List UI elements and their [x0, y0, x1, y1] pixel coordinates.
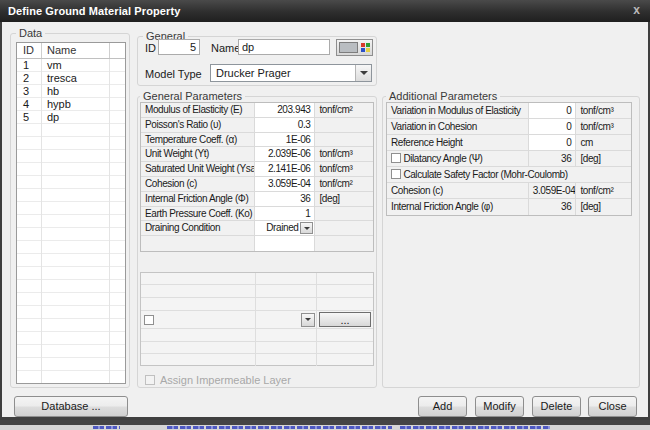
param-unit: tonf/cm² — [315, 103, 373, 117]
material-row-id: 4 — [17, 98, 41, 111]
param-value-field[interactable]: 36 — [255, 192, 316, 206]
material-row-id: 1 — [17, 59, 41, 72]
draining-condition-dropdown[interactable] — [300, 222, 313, 234]
general-parameters-label: General Parameters — [140, 90, 245, 102]
param-value-field[interactable]: 1 — [255, 207, 316, 221]
material-row-name: hb — [41, 85, 59, 98]
param-label: Cohesion (c) — [141, 177, 255, 191]
screen: Define Ground Material Property x Data I… — [0, 0, 650, 430]
param-unit: cm — [576, 135, 631, 150]
param-unit: [deg] — [576, 151, 631, 166]
param-row: Unit Weight (Yt) 2.039E-06 tonf/cm³ — [141, 147, 373, 162]
param-label: Variation in Modulus of Elasticity — [387, 103, 529, 118]
param-row-empty — [141, 236, 373, 251]
material-row-id: 2 — [17, 72, 41, 85]
param-row: Variation in Modulus of Elasticity 0 ton… — [387, 103, 631, 119]
material-list-body: 1 vm 2 tresca 3 hb 4 hypb 5 dp — [17, 59, 125, 383]
param-label-with-checkbox: Calculate Safety Factor (Mohr-Coulomb) — [387, 167, 631, 182]
param-value-field[interactable]: 2.141E-06 — [255, 162, 316, 176]
id-field[interactable]: 5 — [158, 39, 200, 55]
param-label: Poisson's Ratio (υ) — [141, 118, 255, 132]
draining-condition-value: Drained — [266, 221, 298, 235]
param-value-field[interactable]: 2.039E-06 — [255, 147, 316, 161]
param-value-field[interactable]: 0.3 — [255, 118, 316, 132]
material-row-name: vm — [41, 59, 62, 72]
param-row: Internal Friction Angle (φ) 36 [deg] — [387, 199, 631, 215]
modify-button[interactable]: Modify — [475, 396, 524, 417]
add-button[interactable]: Add — [418, 396, 467, 417]
param-unit: tonf/cm³ — [576, 119, 631, 134]
param-unit: tonf/cm³ — [576, 103, 631, 118]
general-parameters-table: Modulus of Elasticity (E) 203.943 tonf/c… — [140, 102, 374, 252]
param-value-field[interactable]: 0 — [529, 103, 577, 118]
grid-row — [141, 273, 373, 285]
material-row-name: tresca — [41, 72, 77, 85]
dilatancy-angle-checkbox[interactable] — [391, 153, 401, 163]
assign-impermeable-layer-label: Assign Impermeable Layer — [155, 374, 291, 386]
param-row: Cohesion (c) 3.059E-04 tonf/cm² — [141, 177, 373, 192]
dialog-define-ground-material-property: Define Ground Material Property x Data I… — [0, 0, 650, 420]
list-column-divider — [109, 43, 110, 58]
close-icon[interactable]: x — [633, 3, 640, 17]
grid-checkbox[interactable] — [144, 315, 154, 325]
database-button[interactable]: Database ... — [14, 396, 128, 417]
color-swatch — [339, 42, 358, 53]
param-value-field[interactable]: 0 — [529, 135, 577, 150]
param-row: Reference Height 0 cm — [387, 135, 631, 151]
param-value: 36 — [529, 151, 577, 166]
material-list[interactable]: ID Name 1 vm 2 tresca 3 hb — [16, 42, 126, 384]
param-value-field[interactable]: 203.943 — [255, 103, 316, 117]
material-row[interactable]: 5 dp — [17, 111, 125, 124]
material-row[interactable]: 2 tresca — [17, 72, 125, 85]
param-label: Internal Friction Angle (φ) — [387, 199, 529, 215]
model-type-label: Model Type — [145, 68, 202, 80]
grid-dropdown[interactable] — [301, 313, 315, 327]
param-value-field[interactable]: 1E-06 — [255, 133, 316, 147]
chevron-down-icon — [355, 65, 371, 81]
empty-cell — [315, 236, 373, 251]
param-value-field[interactable]: 3.059E-04 — [255, 177, 316, 191]
list-header-id: ID — [17, 43, 41, 58]
additional-parameters-table: Variation in Modulus of Elasticity 0 ton… — [386, 102, 632, 216]
delete-button[interactable]: Delete — [532, 396, 581, 417]
background-link-text — [400, 426, 550, 429]
param-unit — [315, 118, 373, 132]
id-label: ID — [145, 42, 156, 54]
param-row: Cohesion (c) 3.059E-04 tonf/cm² — [387, 183, 631, 199]
additional-parameters-label: Additional Parameters — [386, 90, 500, 102]
empty-cell — [255, 236, 316, 251]
param-row: Temperature Coeff. (α) 1E-06 — [141, 133, 373, 148]
param-value: 3.059E-04 — [529, 183, 577, 198]
param-row: Modulus of Elasticity (E) 203.943 tonf/c… — [141, 103, 373, 118]
param-label: Temperature Coeff. (α) — [141, 133, 255, 147]
material-row[interactable]: 3 hb — [17, 85, 125, 98]
param-label: Internal Friction Angle (Φ) — [141, 192, 255, 206]
param-row: Dilatancy Angle (Ψ) 36 [deg] — [387, 151, 631, 167]
title-bar[interactable]: Define Ground Material Property x — [0, 0, 650, 22]
param-unit: tonf/cm² — [315, 177, 373, 191]
close-button[interactable]: Close — [588, 396, 637, 417]
material-row-id: 3 — [17, 85, 41, 98]
material-row[interactable]: 1 vm — [17, 59, 125, 72]
param-unit: tonf/cm³ — [315, 147, 373, 161]
material-list-header: ID Name — [17, 43, 125, 59]
material-row-name: hypb — [41, 98, 71, 111]
data-group-label: Data — [16, 27, 45, 39]
material-row-name: dp — [41, 111, 59, 124]
name-field[interactable]: dp — [238, 39, 330, 55]
grid-row — [141, 298, 373, 311]
list-header-name: Name — [41, 43, 76, 58]
param-row: Earth Pressure Coeff. (Ko) 1 — [141, 207, 373, 222]
list-column-divider — [41, 43, 42, 58]
param-row: Draining Condition Drained — [141, 221, 373, 236]
color-picker-button[interactable] — [336, 39, 373, 56]
param-label: Modulus of Elasticity (E) — [141, 103, 255, 117]
param-value-field[interactable]: 0 — [529, 119, 577, 134]
param-label: Earth Pressure Coeff. (Ko) — [141, 207, 255, 221]
param-unit: tonf/cm² — [576, 183, 631, 198]
material-row[interactable]: 4 hypb — [17, 98, 125, 111]
calculate-safety-factor-checkbox[interactable] — [391, 169, 401, 179]
browse-button[interactable]: ... — [319, 312, 371, 327]
model-type-dropdown[interactable]: Drucker Prager — [210, 64, 372, 82]
param-row: Internal Friction Angle (Φ) 36 [deg] — [141, 192, 373, 207]
